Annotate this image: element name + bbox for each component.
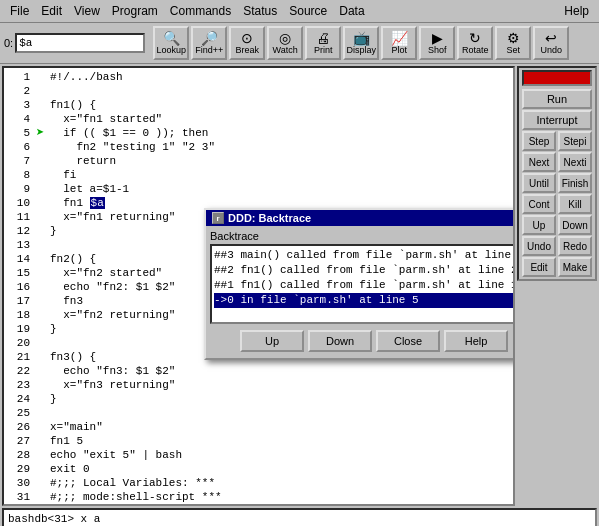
backtrace-item[interactable]: ##2 fn1() called from file `parm.sh' at … <box>214 263 515 278</box>
menu-file[interactable]: File <box>4 2 35 20</box>
code-line: 23 x="fn3 returning" <box>4 378 513 392</box>
line-arrow <box>36 280 50 294</box>
undo-button[interactable]: ↩ Undo <box>533 26 569 60</box>
line-arrow <box>36 378 50 392</box>
print-button[interactable]: 🖨 Print <box>305 26 341 60</box>
menu-help[interactable]: Help <box>558 2 595 20</box>
redo-button[interactable]: Redo <box>558 236 592 256</box>
right-panel: Run Interrupt Step Stepi Next Nexti Unti… <box>517 66 597 506</box>
line-number: 2 <box>6 84 30 98</box>
code-line: 7 return <box>4 154 513 168</box>
line-arrow <box>36 182 50 196</box>
code-line: 2 <box>4 84 513 98</box>
up-down-row: Up Down <box>521 215 593 235</box>
plot-button[interactable]: 📈 Plot <box>381 26 417 60</box>
red-indicator <box>522 70 592 86</box>
menu-program[interactable]: Program <box>106 2 164 20</box>
code-line: 27 fn1 5 <box>4 434 513 448</box>
code-line: 4 x="fn1 started" <box>4 112 513 126</box>
line-number: 15 <box>6 266 30 280</box>
kill-button[interactable]: Kill <box>558 194 592 214</box>
line-text: x="fn3 returning" <box>50 378 511 392</box>
line-number: 7 <box>6 154 30 168</box>
menu-status[interactable]: Status <box>237 2 283 20</box>
line-number: 21 <box>6 350 30 364</box>
stepi-button[interactable]: Stepi <box>558 131 592 151</box>
line-number: 29 <box>6 462 30 476</box>
close-dialog-button[interactable]: Close <box>376 330 440 352</box>
backtrace-item[interactable]: ->0 in file `parm.sh' at line 5 <box>214 293 515 308</box>
line-text: exit 0 <box>50 462 511 476</box>
undo-panel-button[interactable]: Undo <box>522 236 556 256</box>
print-label: Print <box>314 45 333 55</box>
toolbar-input[interactable] <box>15 33 145 53</box>
menu-view[interactable]: View <box>68 2 106 20</box>
finish-button[interactable]: Finish <box>558 173 592 193</box>
cont-button[interactable]: Cont <box>522 194 556 214</box>
line-arrow <box>36 252 50 266</box>
break-button[interactable]: ⊙ Break <box>229 26 265 60</box>
help-dialog-button[interactable]: Help <box>444 330 508 352</box>
up-dialog-button[interactable]: Up <box>240 330 304 352</box>
menu-edit[interactable]: Edit <box>35 2 68 20</box>
run-button[interactable]: Run <box>522 89 592 109</box>
code-panel: 1 #!/.../bash2 3 fn1() {4 x="fn1 started… <box>2 66 515 506</box>
backtrace-dialog[interactable]: r DDD: Backtrace ▼ Backtrace ##3 main() … <box>204 208 515 360</box>
backtrace-item[interactable]: ##3 main() called from file `parm.sh' at… <box>214 248 515 263</box>
interrupt-button[interactable]: Interrupt <box>522 110 592 130</box>
rotate-icon: ↻ <box>469 31 481 45</box>
nexti-button[interactable]: Nexti <box>558 152 592 172</box>
line-number: 28 <box>6 448 30 462</box>
lookup-button[interactable]: 🔍 Lookup <box>153 26 189 60</box>
line-number: 24 <box>6 392 30 406</box>
edit-button[interactable]: Edit <box>522 257 556 277</box>
line-arrow <box>36 476 50 490</box>
line-number: 14 <box>6 252 30 266</box>
step-row: Step Stepi <box>521 131 593 151</box>
console-area[interactable]: bashdb<31> x adeclare -- a="4"bashdb<40>… <box>2 508 597 526</box>
next-button[interactable]: Next <box>522 152 556 172</box>
line-number: 25 <box>6 406 30 420</box>
line-arrow <box>36 84 50 98</box>
set-button[interactable]: ⚙ Set <box>495 26 531 60</box>
line-arrow <box>36 392 50 406</box>
plot-label: Plot <box>391 45 407 55</box>
line-text: let a=$1-1 <box>50 182 511 196</box>
backtrace-item[interactable]: ##1 fn1() called from file `parm.sh' at … <box>214 278 515 293</box>
break-label: Break <box>235 45 259 55</box>
menu-source[interactable]: Source <box>283 2 333 20</box>
dialog-body: Backtrace ##3 main() called from file `p… <box>206 226 515 358</box>
step-button[interactable]: Step <box>522 131 556 151</box>
line-arrow <box>36 350 50 364</box>
down-dialog-button[interactable]: Down <box>308 330 372 352</box>
menu-commands[interactable]: Commands <box>164 2 237 20</box>
watch-button[interactable]: ◎ Watch <box>267 26 303 60</box>
line-arrow: ➤ <box>36 126 50 140</box>
backtrace-list[interactable]: ##3 main() called from file `parm.sh' at… <box>210 244 515 324</box>
make-button[interactable]: Make <box>558 257 592 277</box>
line-number: 3 <box>6 98 30 112</box>
down-button[interactable]: Down <box>558 215 592 235</box>
lookup-icon: 🔍 <box>163 31 180 45</box>
line-text: #;;; Local Variables: *** <box>50 476 511 490</box>
edit-make-row: Edit Make <box>521 257 593 277</box>
line-arrow <box>36 238 50 252</box>
set-label: Set <box>506 45 520 55</box>
line-arrow <box>36 210 50 224</box>
display-button[interactable]: 📺 Display <box>343 26 379 60</box>
up-button[interactable]: Up <box>522 215 556 235</box>
shof-button[interactable]: ▶ Shof <box>419 26 455 60</box>
code-line: 6 fn2 "testing 1" "2 3" <box>4 140 513 154</box>
line-arrow <box>36 364 50 378</box>
dialog-title: DDD: Backtrace <box>228 212 515 224</box>
dialog-titlebar: r DDD: Backtrace ▼ <box>206 210 515 226</box>
code-line: 9 let a=$1-1 <box>4 182 513 196</box>
rotate-button[interactable]: ↻ Rotate <box>457 26 493 60</box>
menu-data[interactable]: Data <box>333 2 370 20</box>
find-button[interactable]: 🔎 Find++ <box>191 26 227 60</box>
line-arrow <box>36 308 50 322</box>
line-text: return <box>50 154 511 168</box>
until-button[interactable]: Until <box>522 173 556 193</box>
line-text: fn2 "testing 1" "2 3" <box>50 140 511 154</box>
line-arrow <box>36 224 50 238</box>
